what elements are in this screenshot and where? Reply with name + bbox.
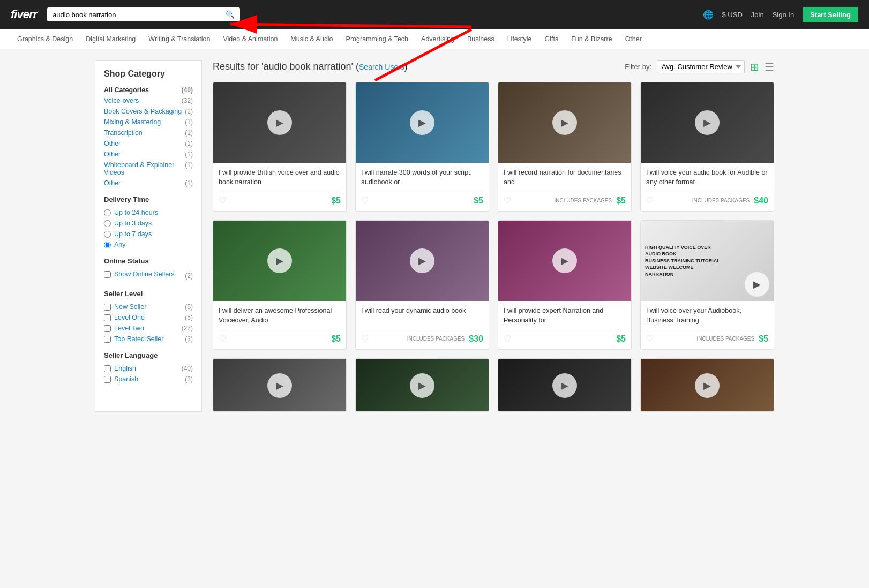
gig-title: I will voice your audio book for Audible… [646,168,768,187]
seller-level-two[interactable]: Level Two (27) [104,325,193,332]
nav-item-graphics-design[interactable]: Graphics & Design [11,29,79,49]
gig-card[interactable]: ▶ I will read your dynamic audio book ♡ … [355,220,489,350]
delivery-3d[interactable]: Up to 3 days [104,220,193,227]
sidebar-cat-whiteboard[interactable]: Whiteboard & Explainer Videos (1) [104,161,193,176]
gig-card[interactable]: ▶ [213,358,347,412]
favorite-icon[interactable]: ♡ [361,334,369,344]
gig-card[interactable]: ▶ [498,358,632,412]
top-rated-seller-label[interactable]: Top Rated Seller [114,335,163,343]
gig-price: $5 [474,196,483,206]
search-input[interactable] [53,11,221,19]
view-grid-button[interactable]: ⊞ [750,61,759,73]
gig-thumbnail: ▶ [213,82,346,163]
play-button[interactable]: ▶ [695,110,720,135]
nav-item-advertising[interactable]: Advertising [415,29,461,49]
favorite-icon[interactable]: ♡ [219,195,226,206]
play-button[interactable]: ▶ [410,248,434,273]
search-users-link[interactable]: Search Users [359,63,404,71]
gig-card[interactable]: ▶ I will provide British voice over and … [213,82,347,212]
show-online-sellers-label[interactable]: Show Online Sellers [114,270,175,278]
view-list-button[interactable]: ☰ [765,61,774,73]
language-english[interactable]: English (40) [104,365,193,372]
gig-body: I will narrate 300 words of your script,… [356,163,489,211]
play-button[interactable]: ▶ [267,373,292,398]
favorite-icon[interactable]: ♡ [219,334,226,344]
includes-packages-label: INCLUDES PACKAGES [407,336,465,342]
search-icon[interactable]: 🔍 [226,10,235,19]
gig-card[interactable]: ▶ I will record narration for documentar… [498,82,632,212]
delivery-3d-label[interactable]: Up to 3 days [114,220,152,227]
play-button[interactable]: ▶ [410,373,434,398]
sidebar-cat-other-2[interactable]: Other (1) [104,150,193,158]
level-two-label[interactable]: Level Two [114,325,144,332]
favorite-icon[interactable]: ♡ [646,334,654,344]
english-label[interactable]: English [114,365,136,372]
gig-card[interactable]: ▶ I will provide expert Narration and Pe… [498,220,632,350]
gig-card[interactable]: ▶ I will voice your audio book for Audib… [640,82,774,212]
favorite-icon[interactable]: ♡ [646,195,654,206]
gig-card[interactable]: ▶ I will deliver an awesome Professional… [213,220,347,350]
play-button[interactable]: ▶ [695,373,720,398]
gig-price: $5 [331,196,341,206]
sidebar-cat-other-3[interactable]: Other (1) [104,179,193,187]
gig-card[interactable]: ▶ I will narrate 300 words of your scrip… [355,82,489,212]
gig-card[interactable]: HIGH QUALITY VOICE OVERAUDIO BOOKBUSINES… [640,220,774,350]
seller-top-rated[interactable]: Top Rated Seller (3) [104,335,193,343]
currency-display[interactable]: $ USD [722,11,743,19]
play-button[interactable]: ▶ [552,110,577,135]
play-button[interactable]: ▶ [552,373,577,398]
sidebar-cat-mixing[interactable]: Mixing & Mastering (1) [104,118,193,126]
seller-new[interactable]: New Seller (5) [104,303,193,311]
gig-title: I will provide British voice over and au… [219,168,341,187]
new-seller-label[interactable]: New Seller [114,303,146,311]
play-button[interactable]: ▶ [410,110,434,135]
delivery-any-label[interactable]: Any [114,241,126,248]
sidebar-cat-other-1[interactable]: Other (1) [104,140,193,147]
favorite-icon[interactable]: ♡ [504,334,511,344]
delivery-24h[interactable]: Up to 24 hours [104,209,193,216]
delivery-24h-label[interactable]: Up to 24 hours [114,209,158,216]
play-button[interactable]: ▶ [745,272,769,297]
nav-item-music-audio[interactable]: Music & Audio [284,29,339,49]
show-online-sellers[interactable]: Show Online Sellers [104,270,175,278]
logo: fiverr° [11,7,39,21]
play-button[interactable]: ▶ [552,248,577,273]
sidebar-cat-voiceovers[interactable]: Voice-overs (32) [104,97,193,104]
delivery-7d[interactable]: Up to 7 days [104,230,193,238]
sidebar-cat-transcription[interactable]: Transcription (1) [104,129,193,137]
nav-item-video-animation[interactable]: Video & Animation [216,29,284,49]
nav-item-business[interactable]: Business [461,29,501,49]
filter-select[interactable]: Avg. Customer Review Most Recent Best Se… [657,60,745,73]
nav-item-gifts[interactable]: Gifts [538,29,565,49]
gig-card[interactable]: ▶ [355,358,489,412]
seller-level-one[interactable]: Level One (5) [104,314,193,321]
sidebar-cat-link-all[interactable]: All Categories [104,86,149,94]
sidebar-cat-book-covers[interactable]: Book Covers & Packaging (2) [104,108,193,115]
play-button[interactable]: ▶ [267,110,292,135]
sidebar-cat-all-categories[interactable]: All Categories (40) [104,86,193,94]
signin-link[interactable]: Sign In [773,11,794,19]
nav-item-other[interactable]: Other [619,29,648,49]
level-one-label[interactable]: Level One [114,314,145,321]
nav-item-writing-translation[interactable]: Writing & Translation [142,29,216,49]
level-two-count: (27) [182,325,193,332]
delivery-7d-label[interactable]: Up to 7 days [114,230,152,238]
play-button[interactable]: ▶ [267,248,292,273]
start-selling-button[interactable]: Start Selling [803,7,858,22]
favorite-icon[interactable]: ♡ [361,195,369,206]
favorite-icon[interactable]: ♡ [504,195,511,206]
gig-footer: ♡ INCLUDES PACKAGES $40 [646,192,768,206]
spanish-label[interactable]: Spanish [114,375,138,383]
join-link[interactable]: Join [751,11,764,19]
gig-card[interactable]: ▶ [640,358,774,412]
gig-thumbnail: ▶ [356,82,489,163]
nav-item-fun-bizarre[interactable]: Fun & Bizarre [565,29,618,49]
nav-item-digital-marketing[interactable]: Digital Marketing [79,29,142,49]
language-spanish[interactable]: Spanish (3) [104,375,193,383]
nav-item-programming-tech[interactable]: Programming & Tech [340,29,415,49]
sidebar: Shop Category All Categories (40) Voice-… [95,60,202,412]
nav-item-lifestyle[interactable]: Lifestyle [501,29,538,49]
search-bar[interactable]: 🔍 [47,7,240,21]
header-right: 🌐 $ USD Join Sign In Start Selling [703,7,859,22]
delivery-any[interactable]: Any [104,241,193,248]
